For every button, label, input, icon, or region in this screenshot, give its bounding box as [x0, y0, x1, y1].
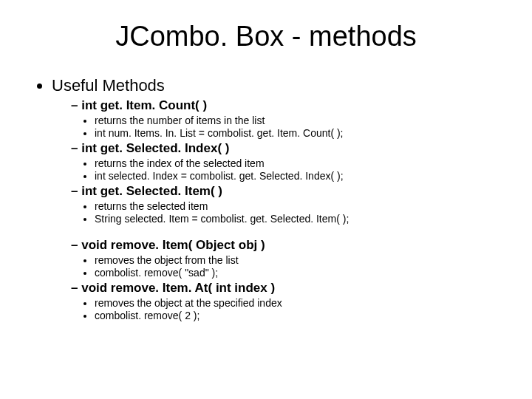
method-item: void remove. Item. At( int index )remove…: [71, 281, 510, 321]
method-details: returns the index of the selected itemin…: [71, 157, 510, 182]
method-description: removes the object from the list: [95, 254, 510, 266]
method-item: int get. Selected. Index( )returns the i…: [71, 141, 510, 182]
method-signature: int get. Selected. Index( ): [81, 141, 229, 155]
method-signature: void remove. Item. At( int index ): [81, 281, 275, 295]
method-description: returns the number of items in the list: [95, 115, 510, 126]
slide: JCombo. Box - methods Useful Methods int…: [0, 0, 532, 399]
method-details: removes the object from the listcombolis…: [71, 254, 510, 279]
method-description: returns the index of the selected item: [95, 157, 510, 169]
method-description: removes the object at the specified inde…: [95, 297, 510, 309]
method-item: int get. Item. Count( )returns the numbe…: [71, 98, 510, 139]
method-signature: void remove. Item( Object obj ): [81, 238, 265, 252]
method-example: combolist. remove( "sad" );: [95, 267, 510, 279]
method-details: removes the object at the specified inde…: [71, 297, 510, 321]
method-example: combolist. remove( 2 );: [95, 310, 510, 321]
method-description: returns the selected item: [95, 200, 510, 212]
method-item: int get. Selected. Item( )returns the se…: [71, 184, 510, 225]
content-list: Useful Methods int get. Item. Count( )re…: [22, 76, 510, 321]
methods-list: int get. Item. Count( )returns the numbe…: [52, 98, 510, 321]
method-example: int selected. Index = combolist. get. Se…: [95, 170, 510, 182]
method-example: int num. Items. In. List = combolist. ge…: [95, 127, 510, 139]
heading-text: Useful Methods: [52, 76, 165, 95]
method-example: String selected. Item = combolist. get. …: [95, 213, 510, 225]
heading-item: Useful Methods int get. Item. Count( )re…: [52, 76, 510, 321]
method-details: returns the selected itemString selected…: [71, 200, 510, 225]
method-item: void remove. Item( Object obj )removes t…: [71, 238, 510, 279]
method-signature: int get. Item. Count( ): [81, 98, 207, 112]
method-signature: int get. Selected. Item( ): [81, 184, 222, 198]
method-details: returns the number of items in the listi…: [71, 115, 510, 139]
slide-title: JCombo. Box - methods: [22, 21, 510, 52]
